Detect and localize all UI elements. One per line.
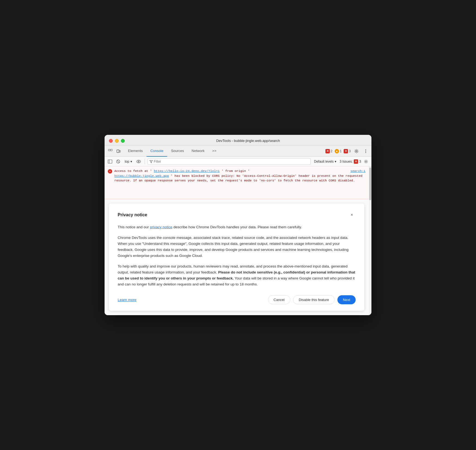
context-selector[interactable]: top ▾ <box>123 159 134 164</box>
console-error-message: Access to fetch at ' https://hello-io-24… <box>114 169 365 197</box>
svg-point-12 <box>137 160 141 163</box>
settings-icon[interactable] <box>353 148 360 155</box>
dialog-header: Privacy notice × <box>118 211 356 219</box>
svg-point-5 <box>365 149 366 150</box>
error-icon: ✕ <box>325 149 330 153</box>
eye-icon[interactable] <box>135 158 142 165</box>
devtools-window: DevTools - bubble-jingle.web.app/search … <box>105 135 371 315</box>
chevron-down-icon: ▾ <box>335 160 336 163</box>
warning-badge[interactable]: ▲ 1 <box>335 149 342 153</box>
tab-more[interactable]: >> <box>208 146 220 157</box>
scrollbar-thumb[interactable] <box>369 168 371 200</box>
dialog-footer: Learn more Cancel Disable this feature N… <box>118 295 356 304</box>
dialog-body: This notice and our privacy notice descr… <box>118 224 356 287</box>
warning-icon: ▲ <box>335 149 339 153</box>
disable-feature-button[interactable]: Disable this feature <box>293 295 335 304</box>
svg-point-6 <box>365 151 366 151</box>
origin-url-link[interactable]: https://bubble-jingle.web.app <box>114 174 169 178</box>
svg-point-4 <box>356 150 357 152</box>
chevron-down-icon: ▾ <box>130 160 132 163</box>
traffic-lights <box>109 139 125 143</box>
filter-icon <box>149 160 153 163</box>
svg-rect-0 <box>108 149 110 151</box>
close-button[interactable] <box>109 139 113 143</box>
source-link[interactable]: search:1 <box>350 169 365 173</box>
privacy-notice-link[interactable]: privacy notice <box>150 225 173 229</box>
sidebar-toggle-icon[interactable] <box>107 158 113 165</box>
dialog-para3: To help with quality and improve our pro… <box>118 263 356 288</box>
next-button[interactable]: Next <box>337 295 356 304</box>
svg-point-14 <box>365 161 367 162</box>
inspect-element-icon[interactable] <box>107 148 114 155</box>
issues-icon: ✕ <box>344 149 348 153</box>
main-area: ✕ Access to fetch at ' https://hello-io-… <box>105 166 371 315</box>
error-badge[interactable]: ✕ 2 <box>325 149 332 153</box>
footer-right: Cancel Disable this feature Next <box>268 295 356 304</box>
log-levels-dropdown[interactable]: Default levels ▾ <box>312 159 338 164</box>
issues-badge-header[interactable]: ✕ 3 <box>344 149 351 153</box>
dialog-para2: Chrome DevTools uses the console message… <box>118 235 356 259</box>
console-settings-icon[interactable] <box>363 158 369 165</box>
svg-point-7 <box>365 152 366 153</box>
scrollbar[interactable] <box>369 166 371 315</box>
minimize-button[interactable] <box>115 139 119 143</box>
filter-input-box[interactable] <box>148 158 311 165</box>
clear-console-icon[interactable] <box>115 158 121 165</box>
maximize-button[interactable] <box>121 139 125 143</box>
console-main: ✕ Access to fetch at ' https://hello-io-… <box>105 166 369 315</box>
learn-more-link[interactable]: Learn more <box>118 298 136 302</box>
window-title: DevTools - bubble-jingle.web.app/search <box>129 139 367 143</box>
privacy-notice-dialog: Privacy notice × This notice and our pri… <box>109 203 364 311</box>
dialog-para1: This notice and our privacy notice descr… <box>118 224 356 230</box>
tab-console[interactable]: Console <box>147 146 167 157</box>
titlebar: DevTools - bubble-jingle.web.app/search <box>105 135 371 146</box>
device-toolbar-icon[interactable] <box>115 148 122 155</box>
dialog-title: Privacy notice <box>118 212 147 217</box>
devtools-action-icons: ✕ 2 ▲ 1 ✕ 3 <box>325 148 369 155</box>
cors-url-link[interactable]: https://hello-io-24.deno.dev/?lvl=1 <box>154 169 220 173</box>
console-error-entry: ✕ Access to fetch at ' https://hello-io-… <box>105 166 369 199</box>
devtools-icons <box>107 148 122 155</box>
tab-sources[interactable]: Sources <box>167 146 188 157</box>
filter-input[interactable] <box>154 160 309 163</box>
devtools-tabs-bar: Elements Console Sources Network >> ✕ 2 … <box>105 146 371 157</box>
svg-rect-8 <box>108 160 112 163</box>
error-circle-icon: ✕ <box>108 169 112 174</box>
issues-count-badge: 3 Issues: ✕ 3 <box>340 159 361 164</box>
console-toolbar: top ▾ Default levels ▾ 3 Issues: ✕ 3 <box>105 157 371 166</box>
svg-point-13 <box>138 161 139 162</box>
svg-rect-1 <box>111 149 112 151</box>
tab-network[interactable]: Network <box>188 146 209 157</box>
more-options-icon[interactable] <box>362 148 369 155</box>
cancel-button[interactable]: Cancel <box>268 295 290 304</box>
svg-line-11 <box>117 160 119 162</box>
svg-rect-3 <box>119 150 120 152</box>
dialog-overlay: Privacy notice × This notice and our pri… <box>105 199 369 315</box>
dialog-close-button[interactable]: × <box>348 211 356 219</box>
issues-badge-icon: ✕ <box>354 159 358 164</box>
footer-left: Learn more <box>118 297 136 302</box>
svg-rect-2 <box>117 150 119 153</box>
tab-elements[interactable]: Elements <box>124 146 147 157</box>
